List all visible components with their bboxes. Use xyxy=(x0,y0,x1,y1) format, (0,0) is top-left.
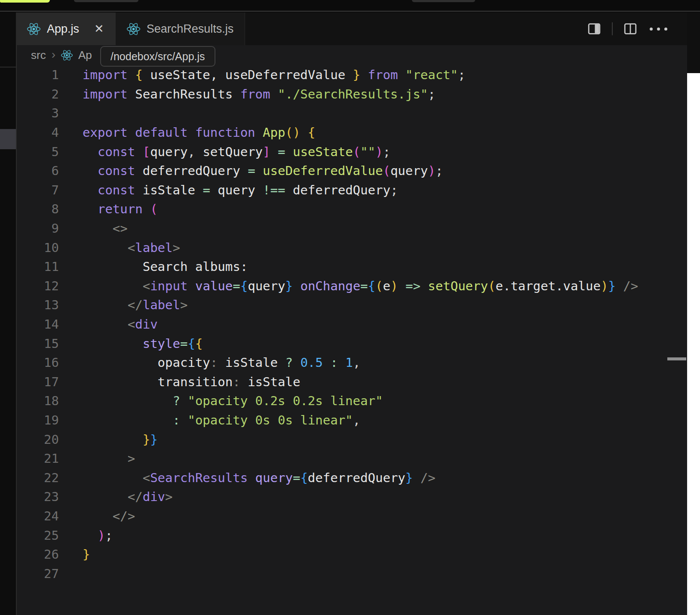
line-number: 20 xyxy=(17,432,59,447)
code-line[interactable]: 20 }} xyxy=(17,430,687,449)
code-text: </label> xyxy=(83,298,187,312)
code-text: const [query, setQuery] = useState(""); xyxy=(83,145,390,159)
line-number: 22 xyxy=(17,470,59,485)
code-text: <SearchResults query={deferredQuery} /> xyxy=(83,470,436,485)
left-panel-strip xyxy=(0,12,16,615)
editor-actions xyxy=(587,12,687,45)
editor-window: App.js ✕ SearchRe xyxy=(0,0,700,615)
code-line[interactable]: 25 ); xyxy=(17,526,687,545)
code-line[interactable]: 19 : "opacity 0s 0s linear", xyxy=(17,411,687,430)
breadcrumb-file[interactable]: Ap xyxy=(78,49,92,62)
code-area[interactable]: 1import { useState, useDeferredValue } f… xyxy=(17,65,687,583)
code-line[interactable]: 12 <input value={query} onChange={(e) =>… xyxy=(17,277,687,296)
preview-panel-white xyxy=(687,73,700,615)
line-number: 18 xyxy=(17,394,59,408)
preview-panel-sliver xyxy=(687,12,700,615)
code-line[interactable]: 14 <div xyxy=(17,315,687,334)
code-line[interactable]: 23 </div> xyxy=(17,487,687,507)
preview-panel-top xyxy=(687,12,700,73)
code-line[interactable]: 15 style={{ xyxy=(17,334,687,353)
line-number: 8 xyxy=(17,202,59,216)
react-icon xyxy=(61,49,73,61)
code-line[interactable]: 21 > xyxy=(17,449,687,468)
line-number: 24 xyxy=(17,509,59,523)
editor-column: App.js ✕ SearchRe xyxy=(16,12,687,615)
close-icon[interactable]: ✕ xyxy=(94,23,104,35)
code-text: <input value={query} onChange={(e) => se… xyxy=(83,279,638,293)
code-text: const deferredQuery = useDeferredValue(q… xyxy=(83,163,443,178)
code-line[interactable]: 2import SearchResults from "./SearchResu… xyxy=(17,85,687,104)
accent-button-partial[interactable] xyxy=(0,0,50,3)
strip-indicator xyxy=(0,129,16,149)
line-number: 16 xyxy=(17,355,59,370)
line-number: 7 xyxy=(17,183,59,197)
code-line[interactable]: 6 const deferredQuery = useDeferredValue… xyxy=(17,161,687,181)
line-number: 26 xyxy=(17,547,59,562)
line-number: 6 xyxy=(17,163,59,178)
more-actions-icon[interactable] xyxy=(648,23,669,35)
tab-app-js[interactable]: App.js ✕ xyxy=(16,12,116,45)
code-text: const isStale = query !== deferredQuery; xyxy=(83,183,398,197)
code-text: import { useState, useDeferredValue } fr… xyxy=(83,68,466,82)
line-number: 21 xyxy=(17,451,59,466)
line-number: 11 xyxy=(17,259,59,274)
code-text: ? "opacity 0.2s 0.2s linear" xyxy=(83,394,383,408)
toolbar-button-partial[interactable] xyxy=(74,0,138,2)
scrollbar-thumb[interactable] xyxy=(667,357,686,360)
react-icon xyxy=(127,22,140,36)
code-text: </div> xyxy=(83,489,173,504)
code-line[interactable]: 5 const [query, setQuery] = useState("")… xyxy=(17,142,687,161)
breadcrumb-src[interactable]: src xyxy=(31,49,46,62)
line-number: 4 xyxy=(17,125,59,140)
tab-label: SearchResults.js xyxy=(147,22,234,36)
line-number: 17 xyxy=(17,375,59,389)
line-number: 9 xyxy=(17,221,59,236)
tab-bar: App.js ✕ SearchRe xyxy=(16,12,687,45)
code-line[interactable]: 18 ? "opacity 0.2s 0.2s linear" xyxy=(17,391,687,411)
top-toolbar xyxy=(0,0,700,12)
code-line[interactable]: 26} xyxy=(17,545,687,564)
toggle-panel-icon[interactable] xyxy=(587,22,602,36)
code-text: import SearchResults from "./SearchResul… xyxy=(83,87,436,101)
code-line[interactable]: 10 <label> xyxy=(17,238,687,257)
tooltip-path: /nodebox/src/App.js xyxy=(111,50,205,63)
code-line[interactable]: 11 Search albums: xyxy=(17,257,687,277)
line-number: 15 xyxy=(17,336,59,351)
line-number: 27 xyxy=(17,566,59,581)
code-line[interactable]: 24 </> xyxy=(17,507,687,526)
code-line[interactable]: 4export default function App() { xyxy=(17,123,687,142)
react-icon xyxy=(27,22,40,36)
code-line[interactable]: 22 <SearchResults query={deferredQuery} … xyxy=(17,468,687,487)
toolbar-button-partial[interactable] xyxy=(412,0,475,2)
code-line[interactable]: 27 xyxy=(17,564,687,583)
code-text: export default function App() { xyxy=(83,125,315,140)
code-line[interactable]: 8 return ( xyxy=(17,200,687,219)
code-text: }} xyxy=(83,432,158,447)
line-number: 25 xyxy=(17,528,59,543)
line-number: 19 xyxy=(17,413,59,427)
code-text: style={{ xyxy=(83,336,203,351)
line-number: 14 xyxy=(17,317,59,332)
code-line[interactable]: 17 transition: isStale xyxy=(17,372,687,392)
line-number: 3 xyxy=(17,106,59,120)
split-editor-icon[interactable] xyxy=(623,22,638,36)
code-text: <div xyxy=(83,317,158,332)
code-line[interactable]: 13 </label> xyxy=(17,295,687,315)
path-tooltip: /nodebox/src/App.js xyxy=(100,46,215,67)
line-number: 12 xyxy=(17,279,59,293)
code-text: opacity: isStale ? 0.5 : 1, xyxy=(83,355,360,370)
code-text: <> xyxy=(83,221,128,236)
line-number: 23 xyxy=(17,489,59,504)
code-line[interactable]: 9 <> xyxy=(17,219,687,238)
tab-searchresults-js[interactable]: SearchResults.js xyxy=(116,12,246,45)
code-text: Search albums: xyxy=(83,259,248,274)
code-text: </> xyxy=(83,509,135,523)
code-line[interactable]: 7 const isStale = query !== deferredQuer… xyxy=(17,181,687,200)
code-line[interactable]: 16 opacity: isStale ? 0.5 : 1, xyxy=(17,353,687,372)
actions-divider xyxy=(612,22,613,35)
code-line[interactable]: 3 xyxy=(17,104,687,123)
line-number: 5 xyxy=(17,145,59,159)
code-text: : "opacity 0s 0s linear", xyxy=(83,413,360,427)
code-line[interactable]: 1import { useState, useDeferredValue } f… xyxy=(17,65,687,85)
code-text: ); xyxy=(83,528,113,543)
